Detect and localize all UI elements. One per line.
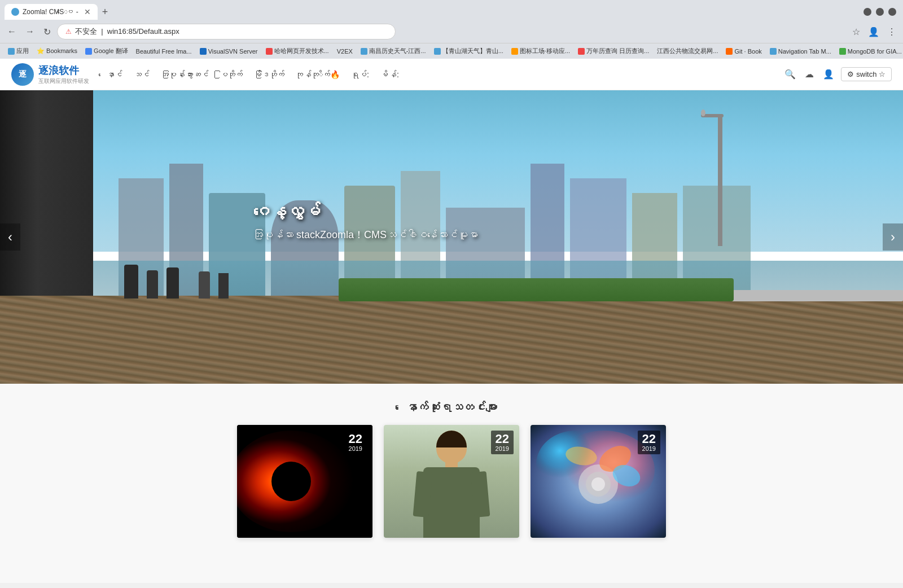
bookmark-calendar[interactable]: 万年历查询 日历查询... (575, 46, 652, 56)
date-badge-1: 22 2019 (344, 431, 367, 454)
bookmark-icon (266, 48, 273, 55)
street-lamp (718, 114, 722, 246)
address-bar[interactable]: ⚠ 不安全 | win16:85/Default.aspx (57, 24, 396, 40)
browser-chrome: Zoomla! CMSေ၀ - ✕ + ← → ↻ ⚠ 不安全 | win16:… (0, 0, 903, 59)
switch-icon: ⚙ (847, 70, 854, 78)
bookmark-icon (8, 48, 15, 55)
tab-bar: Zoomla! CMSေ၀ - ✕ + (0, 0, 903, 20)
bookmark-weather1[interactable]: 南昌历史天气-江西... (357, 46, 429, 56)
back-button[interactable]: ← (5, 25, 19, 38)
bookmark-nav-tab[interactable]: Navigation Tab M... (766, 47, 835, 56)
close-button[interactable] (888, 8, 896, 16)
bookmark-mongodb[interactable]: MongoDB for GIA... (836, 47, 903, 56)
nav-link-2[interactable]: အပြုန်းဘွားဆင် (161, 70, 209, 79)
maximize-button[interactable] (876, 8, 884, 16)
switch-button[interactable]: ⚙ switch ☆ (841, 67, 892, 81)
reload-button[interactable]: ↻ (41, 25, 54, 38)
settings-button[interactable]: ⋮ (885, 25, 898, 38)
bookmark-icon (200, 48, 207, 55)
logo-icon: 逐 (11, 63, 34, 86)
bookmark-weather2[interactable]: 【青山湖天气】青山... (431, 46, 507, 56)
hero-text-overlay: ဂနေ့လွှမ် အပြုန်ဆာ stackZoomla！CMSသင်ဇါဝ… (253, 202, 478, 242)
nav-link-4[interactable]: မိဒြဟိုက် (254, 70, 284, 79)
bookmark-icon (361, 48, 367, 55)
logo-text: 逐浪软件 (38, 65, 79, 76)
hedge (339, 278, 734, 302)
bookmark-apps[interactable]: 应用 (5, 46, 32, 56)
nav-link-0[interactable]: နောင် (106, 70, 122, 79)
svg-point-2 (271, 462, 311, 501)
nav-icons: 🔍 ☁ 👤 ⚙ switch ☆ (782, 67, 892, 82)
bookmark-v2ex[interactable]: V2EX (334, 47, 356, 56)
article-card-3[interactable]: 22 2019 (531, 425, 666, 538)
cloud-button[interactable]: ☁ (803, 67, 816, 82)
article-card-1[interactable]: 22 2019 (237, 425, 372, 538)
slider-prev-button[interactable]: ‹ (0, 223, 20, 251)
website-content: 逐 逐浪软件 互联网应用软件研发 နောင် သင် အပြုန်းဘွားဆင… (0, 59, 903, 583)
bookmark-web-dev[interactable]: 哈哈网页开发技术... (262, 46, 332, 56)
bookmark-google-translate[interactable]: Google 翻译 (82, 46, 131, 56)
nav-link-3[interactable]: ပြတိုက် (220, 70, 243, 79)
account-button[interactable]: 👤 (866, 25, 882, 38)
date-badge-2: 22 2019 (491, 431, 514, 454)
bookmark-icon (726, 48, 733, 55)
address-bar-row: ← → ↻ ⚠ 不安全 | win16:85/Default.aspx ☆ 👤 … (0, 20, 903, 43)
wooden-deck (0, 296, 903, 384)
security-icon: ⚠ (65, 28, 72, 36)
hero-title: ဂနေ့လွှမ် (253, 202, 478, 221)
bookmarks-bar: 应用 ⭐ Bookmarks Google 翻译 Beautiful Free … (0, 43, 903, 59)
site-nav: 逐 逐浪软件 互联网应用软件研发 နောင် သင် အပြုန်းဘွားဆင… (0, 59, 903, 90)
nav-link-7[interactable]: မိန်: (380, 70, 399, 79)
articles-section: နောက်ဆုံးရသတင်းများ (0, 384, 903, 583)
tab-close-button[interactable]: ✕ (84, 7, 91, 16)
people-silhouettes (124, 265, 229, 299)
section-title: နောက်ဆုံးရသတင်းများ (0, 384, 903, 425)
user-button[interactable]: 👤 (821, 67, 836, 82)
bookmark-icon (839, 48, 846, 55)
forward-button[interactable]: → (23, 25, 37, 38)
nav-link-1[interactable]: သင် (134, 70, 150, 79)
new-tab-button[interactable]: + (100, 6, 111, 18)
toolbar-icons: ☆ 👤 ⋮ (850, 25, 898, 38)
bookmark-star-button[interactable]: ☆ (850, 25, 862, 38)
tab-title: Zoomla! CMSေ၀ - (23, 8, 78, 16)
bookmark-icon (578, 48, 585, 55)
bookmark-icon (770, 48, 777, 55)
bookmark-beautiful-images[interactable]: Beautiful Free Ima... (133, 47, 195, 56)
date-badge-3: 22 2019 (638, 431, 660, 454)
bookmark-icons[interactable]: 图标工场·移动应... (508, 46, 573, 56)
bookmark-icon (85, 48, 92, 55)
svg-point-8 (591, 477, 605, 491)
slider-next-button[interactable]: › (883, 223, 903, 251)
nav-links: နောင် သင် အပြုန်းဘွားဆင် ပြတိုက် မိဒြဟို… (106, 70, 782, 79)
bookmark-icon (434, 48, 441, 55)
minimize-button[interactable] (863, 8, 871, 16)
window-controls (863, 8, 898, 16)
bookmark-logistics[interactable]: 江西公共物流交易网... (654, 46, 721, 56)
tab-favicon (11, 8, 19, 16)
search-button[interactable]: 🔍 (782, 67, 798, 82)
bookmark-git-book[interactable]: Git · Book (722, 47, 765, 56)
bookmark-bookmarks[interactable]: ⭐ Bookmarks (33, 46, 81, 56)
nav-link-6[interactable]: ရုပ်: (351, 70, 369, 79)
article-card-2[interactable]: 22 2019 (384, 425, 519, 538)
hero-slider: ဂနေ့လွှမ် အပြုန်ဆာ stackZoomla！CMSသင်ဇါဝ… (0, 90, 903, 384)
bookmark-icon (511, 48, 518, 55)
site-logo: 逐 逐浪软件 互联网应用软件研发 (11, 63, 89, 86)
hero-subtitle: အပြုန်ဆာ stackZoomla！CMSသင်ဇါဝန်ဆောင်မူမ… (253, 228, 478, 242)
nav-link-5[interactable]: ကုန်တုိက်🔥 (296, 70, 340, 79)
switch-label: switch ☆ (856, 70, 886, 78)
logo-subtext: 互联网应用软件研发 (38, 77, 89, 85)
active-tab[interactable]: Zoomla! CMSေ၀ - ✕ (5, 4, 98, 20)
url-text: 不安全 | win16:85/Default.aspx (75, 27, 179, 37)
bookmark-visualsvn[interactable]: VisualSVN Server (196, 47, 261, 56)
articles-grid: 22 2019 (0, 425, 903, 560)
